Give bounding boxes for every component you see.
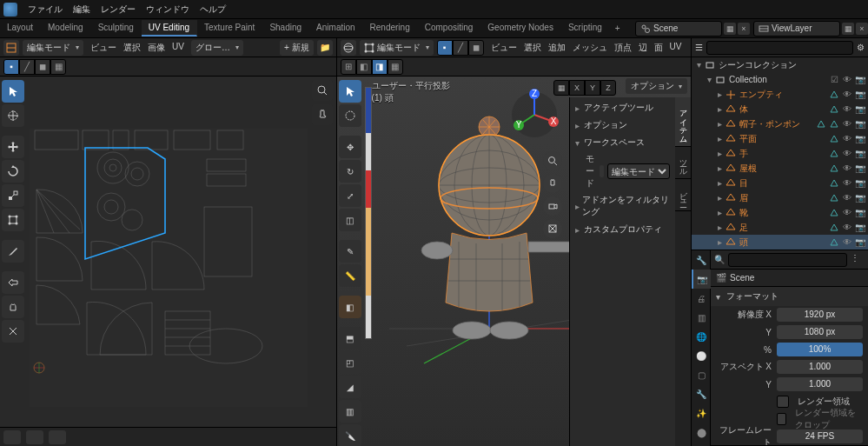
- eye-icon[interactable]: 👁: [841, 89, 853, 101]
- uv-pan-button[interactable]: [312, 104, 333, 125]
- axis-x-button[interactable]: X: [569, 80, 585, 96]
- properties-search-input[interactable]: [728, 253, 847, 267]
- camera-icon[interactable]: 📷: [854, 103, 866, 116]
- vp-menu-面[interactable]: 面: [651, 40, 666, 56]
- vp-menu-追加[interactable]: 追加: [545, 40, 569, 56]
- uv-sticky-toggle[interactable]: [26, 430, 43, 444]
- uv-select-island[interactable]: ▦: [50, 59, 66, 75]
- vp-persp-button[interactable]: [543, 219, 562, 238]
- vp-tool-loopcut[interactable]: ▥: [339, 400, 361, 423]
- tree-item-靴[interactable]: ▸靴👁📷: [692, 205, 868, 220]
- properties-options-button[interactable]: ⋮: [851, 253, 865, 267]
- tree-item-エンプティ[interactable]: ▸エンプティ👁📷: [692, 87, 868, 102]
- uv-select-vertex[interactable]: ▪: [3, 59, 19, 75]
- vp-menu-ビュー[interactable]: ビュー: [487, 40, 520, 56]
- uv-tool-move[interactable]: [2, 136, 24, 158]
- vp-tool-bevel[interactable]: ◢: [339, 376, 361, 398]
- proptab-constraint[interactable]: 🔗: [692, 442, 711, 446]
- eye-icon[interactable]: 👁: [841, 103, 853, 116]
- camera-icon[interactable]: 📷: [854, 163, 866, 175]
- uv-menu-画像[interactable]: 画像: [144, 40, 169, 56]
- np-custom-props[interactable]: ▸カスタムプロパティ: [572, 221, 673, 238]
- camera-icon[interactable]: 📷: [854, 207, 866, 219]
- eye-icon[interactable]: 👁: [841, 236, 853, 249]
- tree-item-帽子・ポンポン[interactable]: ▸帽子・ポンポン👁📷: [692, 116, 868, 131]
- workspace-tab-rendering[interactable]: Rendering: [363, 20, 418, 37]
- menu-編集[interactable]: 編集: [68, 1, 96, 18]
- uv-zoom-button[interactable]: [312, 80, 333, 101]
- vp-menu-選択[interactable]: 選択: [520, 40, 545, 56]
- vp-select-face[interactable]: ◼: [468, 40, 484, 56]
- outliner-tree[interactable]: ▾シーンコレクション▾Collection☑👁📷▸エンプティ👁📷▸体👁📷▸帽子・…: [692, 57, 868, 250]
- uv-tool-rip[interactable]: [2, 271, 24, 294]
- uv-display-dropdown[interactable]: グロー…: [191, 40, 243, 56]
- proptab-object[interactable]: ▢: [692, 365, 711, 384]
- res-y-field[interactable]: 1080 px: [777, 325, 863, 339]
- uv-sync-toggle[interactable]: [3, 430, 21, 444]
- res-x-field[interactable]: 1920 px: [777, 308, 863, 322]
- workspace-tab-sculpting[interactable]: Sculpting: [91, 20, 142, 37]
- vp-tool-scale[interactable]: ⤢: [339, 184, 361, 207]
- tree-item-体[interactable]: ▸体👁📷: [692, 102, 868, 116]
- scene-close-button[interactable]: ×: [738, 23, 750, 35]
- tree-item-頭[interactable]: ▸頭👁📷: [692, 235, 868, 250]
- tree-item-シーンコレクション[interactable]: ▾シーンコレクション: [692, 57, 868, 72]
- uv-new-button[interactable]: + 新規: [280, 40, 314, 56]
- eye-icon[interactable]: 👁: [841, 177, 853, 190]
- np-filter-addons[interactable]: ▸アドオンをフィルタリング: [572, 191, 673, 221]
- workspace-tab-modeling[interactable]: Modeling: [41, 20, 91, 37]
- aspect-y-field[interactable]: 1.000: [777, 377, 863, 391]
- uv-menu-ビュー[interactable]: ビュー: [87, 40, 120, 56]
- vp-overlay-2[interactable]: ◧: [356, 59, 372, 75]
- uv-menu-UV[interactable]: UV: [169, 40, 188, 56]
- vp-menu-UV[interactable]: UV: [666, 40, 686, 56]
- uv-tool-grab[interactable]: [2, 296, 24, 318]
- proptab-modifier[interactable]: 🔧: [692, 384, 711, 403]
- render-region-check[interactable]: [777, 396, 789, 408]
- eye-icon[interactable]: 👁: [841, 133, 853, 145]
- tree-item-平面[interactable]: ▸平面👁📷: [692, 131, 868, 146]
- vp-tool-move[interactable]: ✥: [339, 136, 361, 158]
- tree-item-手[interactable]: ▸手👁📷: [692, 146, 868, 161]
- workspace-tab-animation[interactable]: Animation: [309, 20, 362, 37]
- vp-overlay-4[interactable]: ▦: [388, 59, 403, 75]
- vp-canvas[interactable]: ユーザー・平行投影 (1) 頭 ▦ X Y Z オプション X Y: [337, 77, 691, 446]
- vp-tool-cursor[interactable]: [339, 104, 361, 127]
- vp-overlay-3[interactable]: ◨: [372, 59, 388, 75]
- vp-menu-メッシュ[interactable]: メッシュ: [569, 40, 611, 56]
- uv-tool-pinch[interactable]: [2, 320, 24, 343]
- tree-item-眉[interactable]: ▸眉👁📷: [692, 190, 868, 205]
- menu-レンダー[interactable]: レンダー: [96, 1, 141, 18]
- proptab-tool[interactable]: 🔧: [692, 250, 711, 270]
- vp-options-dropdown[interactable]: オプション: [626, 78, 687, 94]
- tree-item-Collection[interactable]: ▾Collection☑👁📷: [692, 72, 868, 87]
- proptab-output[interactable]: 🖨: [692, 289, 711, 308]
- viewlayer-selector[interactable]: ViewLayer: [753, 21, 840, 37]
- add-workspace-button[interactable]: +: [610, 21, 626, 36]
- uv-tool-scale[interactable]: [2, 184, 24, 207]
- vp-tool-extrude[interactable]: ⬒: [339, 327, 361, 349]
- vp-tool-addcube[interactable]: ◧: [339, 296, 361, 318]
- menu-ヘルプ[interactable]: ヘルプ: [195, 1, 231, 18]
- vp-nav-gizmo[interactable]: X Y Z: [508, 89, 560, 141]
- workspace-tab-texture-paint[interactable]: Texture Paint: [197, 20, 262, 37]
- proptab-viewlayer[interactable]: ▥: [692, 308, 711, 327]
- camera-icon[interactable]: 📷: [854, 192, 866, 204]
- proptab-particles[interactable]: ✨: [692, 403, 711, 423]
- eye-icon[interactable]: 👁: [841, 148, 853, 160]
- vp-menu-頂点[interactable]: 頂点: [611, 40, 635, 56]
- tree-item-屋根[interactable]: ▸屋根👁📷: [692, 161, 868, 176]
- eye-icon[interactable]: 👁: [841, 74, 853, 86]
- np-row-アクティブツール[interactable]: ▸アクティブツール: [572, 99, 673, 116]
- np-mode-select[interactable]: 編集モード: [607, 163, 670, 179]
- vp-tool-annotate[interactable]: ✎: [339, 240, 361, 263]
- vp-tool-rotate[interactable]: ↻: [339, 160, 361, 183]
- vp-tool-select[interactable]: [339, 80, 361, 103]
- uv-snap-toggle[interactable]: [49, 430, 66, 444]
- vp-menu-辺[interactable]: 辺: [635, 40, 651, 56]
- tree-item-目[interactable]: ▸目👁📷: [692, 176, 868, 190]
- menu-ウィンドウ[interactable]: ウィンドウ: [141, 1, 195, 18]
- workspace-tab-compositing[interactable]: Compositing: [418, 20, 481, 37]
- camera-icon[interactable]: 📷: [854, 133, 866, 145]
- workspace-tab-geometry-nodes[interactable]: Geometry Nodes: [480, 20, 561, 37]
